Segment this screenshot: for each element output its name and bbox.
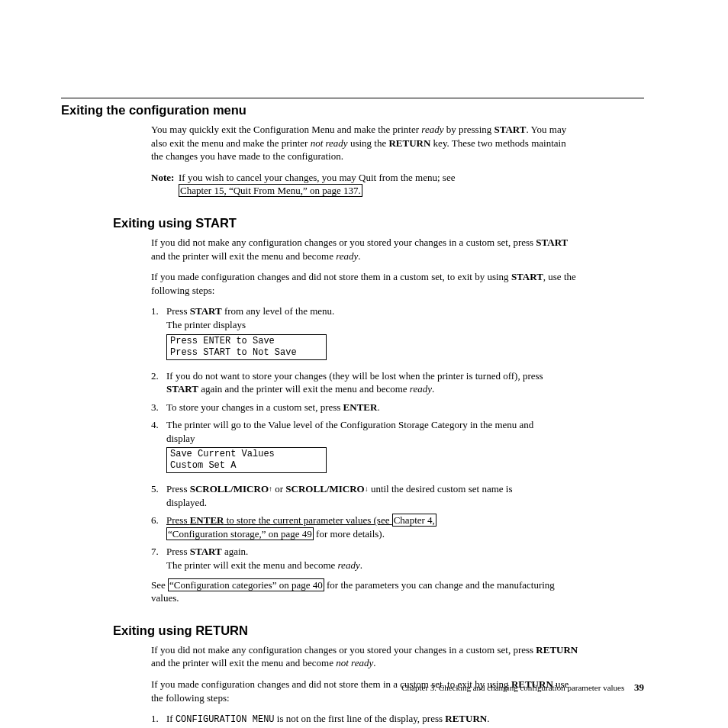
paragraph: See “Configuration categories” on page 4… bbox=[151, 578, 578, 605]
footer-text: Chapter 3. Checking and changing configu… bbox=[401, 683, 624, 692]
list-item: 2. If you do not want to store your chan… bbox=[151, 369, 578, 396]
xref-config-storage[interactable]: “Configuration storage,” on page 49 bbox=[166, 527, 314, 540]
text-italic: not ready bbox=[336, 657, 373, 668]
paragraph: If you did not make any configuration ch… bbox=[151, 643, 578, 670]
step-text: Press START again. bbox=[166, 545, 548, 559]
text: . bbox=[373, 657, 375, 668]
step-number: 2. bbox=[151, 369, 166, 396]
intro-block: You may quickly exit the Configuration M… bbox=[151, 123, 578, 198]
text: using the bbox=[348, 137, 389, 149]
list-item: 6. Press ENTER to store the current para… bbox=[151, 514, 578, 540]
heading-exiting-config-menu: Exiting the configuration menu bbox=[61, 101, 644, 118]
note-text: If you wish to cancel your changes, you … bbox=[179, 171, 455, 198]
xref-config-storage[interactable]: Chapter 4, bbox=[392, 514, 436, 527]
list-item: 1. If CONFIGURATION MENU is not on the f… bbox=[151, 712, 578, 726]
page-number: 39 bbox=[634, 681, 644, 693]
text-italic: ready bbox=[421, 124, 443, 135]
text: and the printer will exit the menu and b… bbox=[151, 250, 336, 262]
start-section: If you did not make any configuration ch… bbox=[151, 236, 578, 604]
heading-exiting-return: Exiting using RETURN bbox=[113, 622, 644, 639]
step-text: The printer displays bbox=[166, 318, 548, 332]
text-bold: RETURN bbox=[536, 644, 578, 656]
text: . bbox=[358, 250, 360, 262]
text: by pressing bbox=[443, 124, 494, 135]
paragraph: If you made configuration changes and di… bbox=[151, 270, 578, 297]
step-text: Press START from any level of the menu. bbox=[166, 304, 548, 318]
ordered-steps-return: 1. If CONFIGURATION MENU is not on the f… bbox=[151, 712, 578, 728]
xref-quit-from-menu[interactable]: Chapter 15, “Quit From Menu,” on page 13… bbox=[179, 184, 362, 197]
step-text: If CONFIGURATION MENU is not on the firs… bbox=[166, 712, 548, 726]
step-number: 1. bbox=[151, 712, 166, 726]
text: and the printer will exit the menu and b… bbox=[151, 657, 336, 668]
text: If you did not make any configuration ch… bbox=[151, 644, 536, 656]
step-text: The printer will exit the menu and becom… bbox=[166, 559, 548, 572]
step-number: 4. bbox=[151, 418, 166, 478]
list-item: 1. Press START from any level of the men… bbox=[151, 304, 578, 364]
page: Exiting the configuration menu You may q… bbox=[0, 0, 728, 728]
printer-display-box: Press ENTER to Save Press START to Not S… bbox=[166, 334, 327, 360]
mono-text: CONFIGURATION MENU bbox=[176, 714, 275, 725]
step-text: To store your changes in a custom set, p… bbox=[166, 401, 548, 414]
text: If you wish to cancel your changes, you … bbox=[179, 172, 455, 183]
text-bold: START bbox=[536, 237, 568, 248]
text-bold: START bbox=[494, 124, 527, 135]
step-text: Press ENTER to store the current paramet… bbox=[166, 514, 548, 540]
step-text: The printer will go to the Value level o… bbox=[166, 418, 548, 445]
list-item: 3. To store your changes in a custom set… bbox=[151, 401, 578, 414]
text-italic: not ready bbox=[311, 137, 348, 149]
list-item: 4. The printer will go to the Value leve… bbox=[151, 418, 578, 478]
note-label: Note: bbox=[151, 171, 179, 198]
paragraph: If you did not make any configuration ch… bbox=[151, 236, 578, 263]
rule bbox=[61, 98, 644, 98]
text: If you made configuration changes and di… bbox=[151, 271, 511, 282]
step-text: Press SCROLL/MICRO↑ or SCROLL/MICRO↓ unt… bbox=[166, 482, 548, 509]
step-number: 6. bbox=[151, 514, 166, 540]
step-number: 7. bbox=[151, 545, 166, 572]
heading-exiting-start: Exiting using START bbox=[113, 214, 644, 231]
list-item: 7. Press START again. The printer will e… bbox=[151, 545, 578, 572]
text-italic: ready bbox=[336, 250, 358, 262]
step-text: If you do not want to store your changes… bbox=[166, 369, 548, 396]
xref-config-categories[interactable]: “Configuration categories” on page 40 bbox=[168, 578, 324, 591]
printer-display-box: Save Current Values Custom Set A bbox=[166, 447, 327, 473]
text: If you did not make any configuration ch… bbox=[151, 237, 536, 248]
page-footer: Chapter 3. Checking and changing configu… bbox=[401, 681, 644, 694]
note: Note: If you wish to cancel your changes… bbox=[151, 171, 578, 198]
step-number: 5. bbox=[151, 482, 166, 509]
step-number: 1. bbox=[151, 304, 166, 364]
text-bold: START bbox=[511, 271, 543, 282]
text: See bbox=[151, 579, 168, 591]
ordered-steps-start: 1. Press START from any level of the men… bbox=[151, 304, 578, 572]
step-number: 3. bbox=[151, 401, 166, 414]
list-item: 5. Press SCROLL/MICRO↑ or SCROLL/MICRO↓ … bbox=[151, 482, 578, 509]
text-bold: RETURN bbox=[388, 137, 430, 149]
intro-paragraph: You may quickly exit the Configuration M… bbox=[151, 123, 578, 163]
text: You may quickly exit the Configuration M… bbox=[151, 124, 421, 135]
